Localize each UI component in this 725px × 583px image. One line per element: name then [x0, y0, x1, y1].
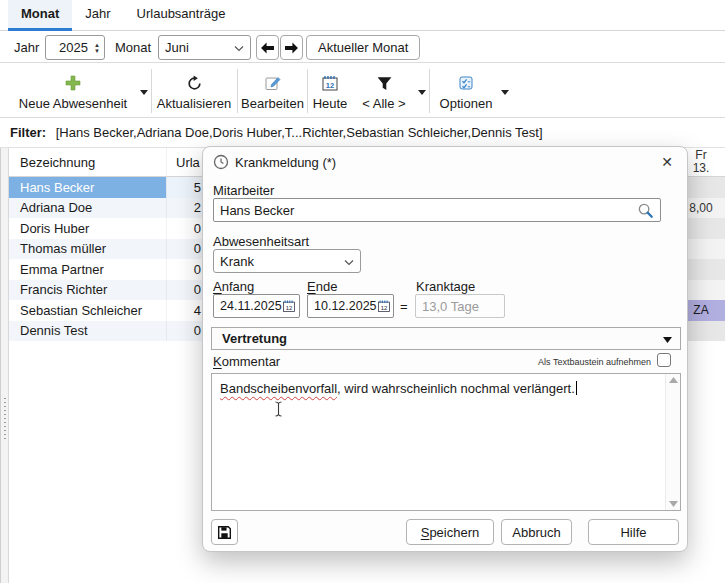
- anfang-date-value: 24.11.2025: [220, 299, 282, 313]
- calendar-today-icon: 12: [321, 73, 339, 93]
- ende-date-input[interactable]: 10.12.2025 12: [307, 294, 394, 318]
- abbruch-button[interactable]: Abbruch: [501, 519, 572, 545]
- header-urlaub-clipped[interactable]: Urla: [166, 148, 203, 176]
- options-button[interactable]: Optionen: [434, 67, 498, 114]
- tab-monat[interactable]: Monat: [8, 0, 72, 31]
- ende-date-value: 10.12.2025: [314, 299, 377, 313]
- vacation-value: 0: [166, 280, 203, 301]
- tab-jahr[interactable]: Jahr: [72, 0, 123, 31]
- abwesenheitsart-select[interactable]: Krank: [213, 249, 361, 273]
- tab-urlaubsantraege[interactable]: Urlaubsanträge: [124, 0, 239, 31]
- clock-icon: [213, 154, 229, 173]
- dialog-titlebar[interactable]: Krankmeldung (*) ✕: [203, 147, 687, 177]
- toolbar-separator: [237, 69, 238, 113]
- toolbar: Neue Abwesenheit Aktualisieren Bearbeite…: [0, 63, 725, 118]
- mitarbeiter-input[interactable]: Hans Becker: [213, 198, 661, 222]
- textbaustein-checkbox[interactable]: [657, 353, 671, 367]
- new-absence-label: Neue Abwesenheit: [19, 96, 127, 111]
- month-value: Juni: [165, 40, 189, 55]
- text-caret: [576, 381, 577, 395]
- kommentar-text: Bandscheibenvorfall, wird wahrscheinlich…: [220, 381, 658, 397]
- chevron-down-icon: [344, 254, 354, 269]
- speichern-button[interactable]: Speichern: [406, 519, 494, 545]
- abwesenheitsart-label: Abwesenheitsart: [213, 234, 309, 249]
- save-icon-button[interactable]: [211, 519, 238, 545]
- month-select[interactable]: Juni: [158, 35, 251, 60]
- options-checklist-icon: [458, 73, 474, 93]
- options-dropdown-caret[interactable]: [501, 87, 511, 97]
- mitarbeiter-label: Mitarbeiter: [213, 183, 274, 198]
- textbaustein-label: Als Textbaustein aufnehmen: [538, 357, 651, 367]
- funnel-icon: [376, 73, 393, 93]
- vertretung-label: Vertretung: [222, 331, 287, 346]
- vertretung-expander[interactable]: Vertretung: [211, 327, 681, 350]
- kommentar-textarea[interactable]: Bandscheibenvorfall, wird wahrscheinlich…: [211, 373, 681, 511]
- employee-name: Hans Becker: [9, 177, 166, 198]
- kranktage-label: Kranktage: [416, 279, 475, 294]
- vacation-value: 0: [166, 218, 203, 239]
- options-label: Optionen: [440, 96, 493, 111]
- employee-name: Sebastian Schleicher: [9, 300, 166, 321]
- krankmeldung-dialog: Krankmeldung (*) ✕ Mitarbeiter Hans Beck…: [202, 146, 688, 552]
- filter-scope-label: < Alle >: [362, 96, 405, 111]
- equals-sign: =: [400, 299, 408, 314]
- vacation-value: 0: [166, 321, 203, 342]
- scroll-up-icon[interactable]: [669, 377, 678, 383]
- vacation-value: 2: [166, 198, 203, 219]
- filter-label: Filter:: [10, 125, 46, 140]
- svg-text:12: 12: [326, 81, 334, 90]
- prev-month-button[interactable]: [256, 35, 279, 60]
- expander-caret-icon: [663, 331, 672, 346]
- today-button[interactable]: 12 Heute: [309, 67, 351, 114]
- new-absence-button[interactable]: Neue Abwesenheit: [8, 67, 138, 114]
- edit-icon: [264, 73, 282, 93]
- toolbar-separator: [307, 69, 308, 113]
- kranktage-field: 13,0 Tage: [415, 294, 505, 318]
- svg-text:12: 12: [285, 305, 291, 311]
- anfang-date-input[interactable]: 24.11.2025 12: [213, 294, 300, 318]
- toolbar-separator: [151, 69, 152, 113]
- arrow-right-icon: [284, 42, 299, 54]
- vacation-value: 5: [166, 177, 203, 198]
- textarea-scrollbar[interactable]: [665, 374, 680, 510]
- edit-label: Bearbeiten: [241, 96, 304, 111]
- new-absence-dropdown-caret[interactable]: [140, 87, 150, 97]
- employee-name: Thomas müller: [9, 239, 166, 260]
- hilfe-button[interactable]: Hilfe: [588, 519, 679, 545]
- employee-name: Dennis Test: [9, 321, 166, 342]
- current-month-button[interactable]: Aktueller Monat: [306, 35, 420, 60]
- ibeam-cursor-icon: [273, 401, 284, 420]
- scroll-down-icon[interactable]: [669, 501, 678, 507]
- mitarbeiter-value: Hans Becker: [220, 203, 294, 218]
- employee-name: Francis Richter: [9, 280, 166, 301]
- refresh-button[interactable]: Aktualisieren: [154, 67, 234, 114]
- filter-scope-button[interactable]: < Alle >: [353, 67, 415, 114]
- search-icon[interactable]: [637, 202, 654, 222]
- kranktage-value: 13,0 Tage: [422, 299, 479, 314]
- month-label: Monat: [115, 40, 151, 55]
- today-label: Heute: [313, 96, 348, 111]
- main-tabbar: Monat Jahr Urlaubsanträge: [0, 0, 725, 31]
- close-icon[interactable]: ✕: [657, 152, 677, 172]
- employee-name: Doris Huber: [9, 218, 166, 239]
- filter-scope-dropdown-caret[interactable]: [418, 87, 428, 97]
- vacation-value: 0: [166, 259, 203, 280]
- calendar-icon[interactable]: 12: [282, 299, 296, 313]
- header-bezeichnung[interactable]: Bezeichnung: [9, 148, 166, 176]
- chevron-down-icon: [234, 40, 244, 55]
- year-spinner[interactable]: 2025 ▲▼: [45, 35, 105, 60]
- edit-button[interactable]: Bearbeiten: [240, 67, 305, 114]
- vacation-value: 0: [166, 239, 203, 260]
- calendar-icon[interactable]: 12: [377, 299, 391, 313]
- splitter[interactable]: [0, 148, 9, 583]
- app-window: Monat Jahr Urlaubsanträge Jahr 2025 ▲▼ M…: [0, 0, 725, 583]
- vacation-value: 4: [166, 300, 203, 321]
- splitter-grip-icon: [4, 398, 6, 442]
- year-spinner-arrows[interactable]: ▲▼: [90, 36, 104, 59]
- next-month-button[interactable]: [280, 35, 303, 60]
- arrow-left-icon: [260, 42, 275, 54]
- toolbar-separator: [429, 69, 430, 113]
- employee-name: Emma Partner: [9, 259, 166, 280]
- kommentar-label: Kommentar: [213, 354, 280, 369]
- abwesenheitsart-value: Krank: [220, 254, 254, 269]
